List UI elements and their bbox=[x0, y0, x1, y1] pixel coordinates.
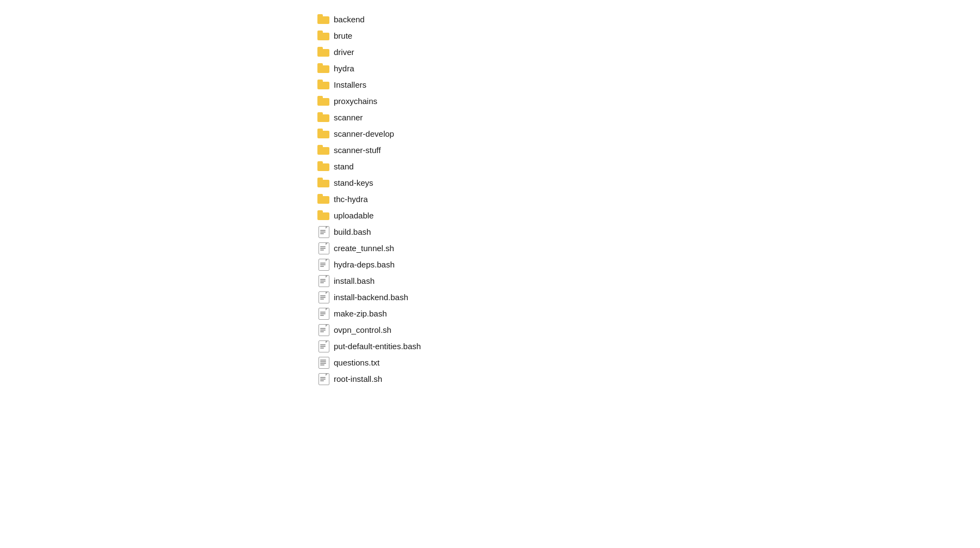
list-item[interactable]: brute bbox=[313, 27, 980, 44]
item-name: create_tunnel.sh bbox=[334, 243, 394, 253]
item-name: thc-hydra bbox=[334, 194, 368, 204]
file-doc-icon bbox=[317, 308, 329, 319]
folder-icon bbox=[317, 30, 329, 41]
folder-icon bbox=[317, 14, 329, 25]
item-name: Installers bbox=[334, 80, 366, 89]
item-name: install.bash bbox=[334, 276, 375, 285]
list-item[interactable]: stand-keys bbox=[313, 174, 980, 191]
folder-icon bbox=[317, 95, 329, 106]
list-item[interactable]: scanner bbox=[313, 109, 980, 125]
item-name: build.bash bbox=[334, 227, 371, 236]
list-item[interactable]: proxychains bbox=[313, 93, 980, 109]
item-name: stand-keys bbox=[334, 178, 373, 187]
file-doc-icon bbox=[317, 259, 329, 270]
folder-icon bbox=[317, 144, 329, 155]
list-item[interactable]: install-backend.bash bbox=[313, 289, 980, 305]
file-txt-icon bbox=[317, 357, 329, 368]
file-list: backendbrutedriverhydraInstallersproxych… bbox=[0, 0, 980, 398]
list-item[interactable]: driver bbox=[313, 44, 980, 60]
list-item[interactable]: thc-hydra bbox=[313, 191, 980, 207]
item-name: install-backend.bash bbox=[334, 293, 408, 302]
list-item[interactable]: hydra bbox=[313, 60, 980, 76]
list-item[interactable]: scanner-stuff bbox=[313, 142, 980, 158]
folder-icon bbox=[317, 63, 329, 74]
list-item[interactable]: questions.txt bbox=[313, 354, 980, 370]
folder-icon bbox=[317, 46, 329, 57]
file-doc-icon bbox=[317, 291, 329, 302]
item-name: backend bbox=[334, 15, 365, 24]
item-name: scanner-develop bbox=[334, 129, 394, 138]
list-item[interactable]: scanner-develop bbox=[313, 125, 980, 142]
file-doc-icon bbox=[317, 275, 329, 286]
file-doc-icon bbox=[317, 226, 329, 237]
list-item[interactable]: install.bash bbox=[313, 272, 980, 289]
item-name: make-zip.bash bbox=[334, 309, 387, 318]
file-doc-icon bbox=[317, 340, 329, 351]
list-item[interactable]: backend bbox=[313, 11, 980, 27]
list-item[interactable]: create_tunnel.sh bbox=[313, 240, 980, 256]
folder-icon bbox=[317, 128, 329, 139]
list-item[interactable]: hydra-deps.bash bbox=[313, 256, 980, 272]
item-name: ovpn_control.sh bbox=[334, 325, 391, 334]
item-name: proxychains bbox=[334, 96, 377, 106]
item-name: questions.txt bbox=[334, 358, 379, 367]
file-doc-icon bbox=[317, 373, 329, 384]
list-item[interactable]: Installers bbox=[313, 76, 980, 93]
folder-icon bbox=[317, 177, 329, 188]
list-item[interactable]: root-install.sh bbox=[313, 370, 980, 387]
list-item[interactable]: ovpn_control.sh bbox=[313, 321, 980, 338]
item-name: brute bbox=[334, 31, 352, 40]
item-name: scanner-stuff bbox=[334, 145, 381, 155]
list-item[interactable]: stand bbox=[313, 158, 980, 174]
folder-icon bbox=[317, 161, 329, 172]
item-name: scanner bbox=[334, 113, 363, 122]
file-doc-icon bbox=[317, 242, 329, 253]
list-item[interactable]: make-zip.bash bbox=[313, 305, 980, 321]
folder-icon bbox=[317, 210, 329, 221]
file-doc-icon bbox=[317, 324, 329, 335]
list-item[interactable]: uploadable bbox=[313, 207, 980, 223]
item-name: root-install.sh bbox=[334, 374, 382, 383]
item-name: stand bbox=[334, 162, 354, 171]
folder-icon bbox=[317, 193, 329, 204]
folder-icon bbox=[317, 79, 329, 90]
item-name: hydra bbox=[334, 64, 354, 73]
item-name: hydra-deps.bash bbox=[334, 260, 395, 269]
item-name: put-default-entities.bash bbox=[334, 342, 421, 351]
folder-icon bbox=[317, 112, 329, 123]
list-item[interactable]: build.bash bbox=[313, 223, 980, 240]
list-item[interactable]: put-default-entities.bash bbox=[313, 338, 980, 354]
item-name: uploadable bbox=[334, 211, 373, 220]
item-name: driver bbox=[334, 47, 354, 57]
